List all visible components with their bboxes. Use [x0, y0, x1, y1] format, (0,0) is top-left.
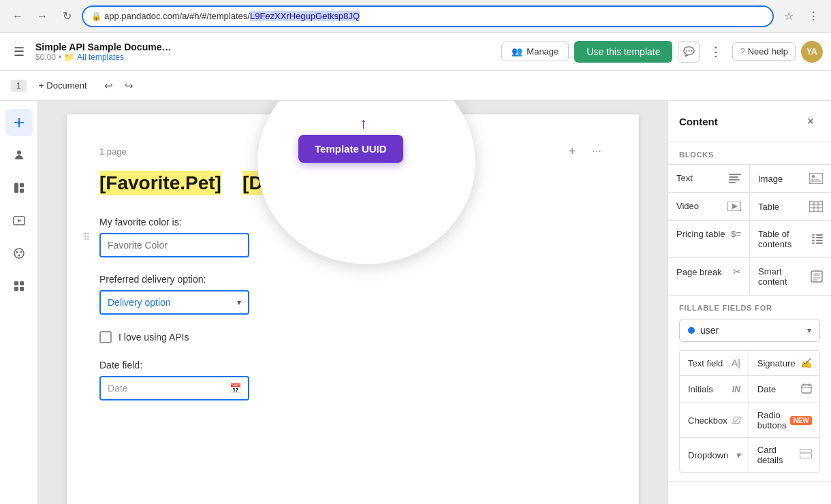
dropdown-field-item[interactable]: Dropdown ▾ [680, 438, 749, 472]
date-field-item[interactable]: Date [749, 376, 820, 403]
smart-content-block-item[interactable]: Smart content [750, 258, 831, 295]
page-break-block-item[interactable]: Page break ✂ [668, 258, 749, 295]
templates-breadcrumb[interactable]: All templates [77, 52, 124, 62]
initials-field-item[interactable]: Initials IN [680, 376, 749, 403]
toc-block-item[interactable]: Table of contents [750, 221, 831, 257]
add-document-button[interactable]: + Document [32, 76, 94, 95]
svg-point-10 [20, 251, 22, 253]
svg-rect-1 [14, 122, 24, 123]
video-block-icon [727, 202, 741, 211]
user-dropdown[interactable]: user ▾ [679, 319, 820, 342]
svg-rect-31 [812, 237, 815, 238]
initials-field-label: Initials [688, 384, 713, 394]
checkbox-input[interactable] [99, 331, 112, 343]
radio-buttons-field-item[interactable]: Radio buttons NEW [749, 403, 820, 437]
text-block-icon [729, 174, 741, 183]
separator: • [59, 52, 61, 62]
page-badge: 1 [11, 80, 27, 92]
svg-point-2 [17, 151, 21, 155]
manage-button[interactable]: 👥 Manage [501, 42, 569, 61]
checkbox-field-item[interactable]: Checkbox ☑ [680, 403, 749, 437]
close-sidebar-button[interactable]: × [801, 112, 820, 131]
page-more-button[interactable]: ··· [587, 142, 606, 161]
svg-rect-18 [729, 179, 740, 180]
signature-field-label: Signature [757, 358, 796, 368]
svg-rect-41 [802, 385, 811, 393]
radio-buttons-label: Radio buttons [757, 410, 787, 430]
text-block-item[interactable]: Text [668, 165, 749, 192]
pricing-table-icon: $≡ [731, 229, 741, 239]
text-field-item[interactable]: Text field A| [680, 351, 749, 375]
star-button[interactable]: ☆ [779, 7, 798, 26]
document-page: 1 page + ··· [Favorite.Pet] [Document.Va… [67, 114, 639, 504]
redo-button[interactable]: ↪ [120, 76, 139, 95]
use-template-button[interactable]: Use this template [574, 41, 672, 63]
date-field-label: Date [757, 384, 776, 394]
sidebar-add-button[interactable] [5, 109, 33, 136]
add-icon: + [39, 80, 44, 91]
svg-rect-46 [800, 452, 812, 454]
color-input[interactable] [99, 233, 249, 257]
calendar-icon: 📅 [230, 383, 241, 394]
video-block-item[interactable]: Video [668, 193, 749, 220]
date-field-icon [801, 383, 812, 396]
pricing-table-block-item[interactable]: Pricing table $≡ [668, 221, 749, 257]
svg-rect-5 [20, 189, 24, 193]
date-placeholder: Date [108, 383, 128, 394]
date-input[interactable]: Date 📅 [99, 376, 249, 400]
svg-rect-32 [816, 237, 823, 238]
table-block-icon [809, 201, 823, 212]
fillable-section: FILLABLE FIELDS FOR user ▾ Text field A|… [668, 296, 831, 482]
hamburger-button[interactable]: ☰ [8, 41, 30, 63]
svg-marker-7 [18, 219, 22, 222]
checkbox-section: I love using APIs [99, 331, 606, 343]
doc-heading: [Favorite.Pet] [Document.Value] [99, 172, 606, 195]
browser-menu-button[interactable]: ⋮ [804, 7, 823, 26]
user-label: user [700, 325, 802, 336]
image-block-item[interactable]: Image [750, 165, 831, 192]
fields-grid: Text field A| Signature ✍ Initials IN Da… [679, 350, 820, 473]
table-block-item[interactable]: Table [750, 193, 831, 220]
svg-rect-36 [816, 242, 823, 244]
svg-rect-15 [20, 287, 24, 291]
sidebar-people-button[interactable] [5, 142, 33, 169]
refresh-button[interactable]: ↻ [57, 7, 76, 26]
delivery-dropdown[interactable]: Delivery option ▾ [99, 290, 249, 315]
manage-label: Manage [527, 46, 559, 57]
undo-button[interactable]: ↩ [99, 76, 119, 95]
sidebar-media-button[interactable] [5, 207, 33, 234]
sidebar-layout-button[interactable] [5, 174, 33, 202]
help-button[interactable]: ? Need help [732, 42, 796, 61]
card-details-field-item[interactable]: Card details [749, 438, 820, 472]
address-bar[interactable]: 🔒 app.pandadoc.com/a/#h/#/templates/L9Fe… [82, 5, 774, 27]
drag-handle[interactable]: ⠿ [83, 232, 90, 242]
chat-button[interactable]: 💬 [678, 41, 700, 63]
header-dots-button[interactable]: ⋮ [705, 41, 727, 63]
add-page-button[interactable]: + [563, 142, 582, 161]
svg-rect-38 [813, 273, 820, 276]
forward-button[interactable]: → [33, 7, 52, 26]
sidebar-grid-button[interactable] [5, 272, 33, 300]
smart-content-label: Smart content [758, 266, 811, 287]
doc-subtitle: $0.00 • 📁 All templates [35, 52, 496, 62]
people-icon [12, 148, 26, 162]
user-chevron-icon: ▾ [807, 326, 811, 335]
app-header: ☰ Simple API Sample Document from P... $… [0, 33, 831, 71]
svg-point-8 [14, 249, 24, 258]
layout-icon [12, 181, 26, 195]
token-pet: [Favorite.Pet] [99, 171, 221, 195]
svg-rect-34 [816, 240, 823, 241]
signature-field-item[interactable]: Signature ✍ [749, 351, 820, 375]
header-actions: 👥 Manage Use this template 💬 ⋮ ? Need he… [501, 41, 823, 63]
sidebar-palette-button[interactable] [5, 240, 33, 267]
delivery-form-section: Preferred delivery option: Delivery opti… [99, 274, 606, 315]
doc-title: Simple API Sample Document from P... [35, 42, 172, 52]
address-text: app.pandadoc.com/a/#h/#/templates/L9FezX… [104, 11, 360, 21]
undo-redo-group: ↩ ↪ [99, 76, 139, 95]
svg-rect-29 [812, 234, 815, 236]
video-block-label: Video [676, 201, 699, 211]
fillable-label: FILLABLE FIELDS FOR [679, 304, 820, 312]
image-block-icon [809, 173, 823, 184]
svg-rect-20 [809, 173, 823, 184]
back-button[interactable]: ← [8, 7, 27, 26]
